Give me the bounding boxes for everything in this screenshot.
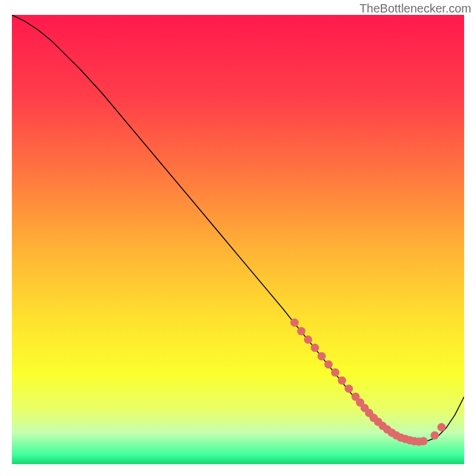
heat-background — [12, 15, 464, 464]
data-marker — [431, 431, 439, 440]
data-marker — [311, 343, 319, 352]
chart-svg — [12, 15, 464, 464]
data-marker — [338, 377, 346, 385]
data-marker — [297, 327, 305, 336]
data-marker — [318, 352, 326, 361]
data-marker — [324, 360, 333, 368]
data-marker — [331, 368, 339, 377]
attribution-label: TheBottlenecker.com — [359, 2, 471, 15]
plot-area — [12, 15, 464, 464]
data-marker — [304, 336, 312, 344]
data-marker — [419, 437, 428, 446]
data-marker — [345, 384, 353, 393]
data-marker — [437, 423, 446, 431]
data-marker — [290, 318, 299, 327]
chart-container: TheBottlenecker.com — [0, 0, 476, 476]
